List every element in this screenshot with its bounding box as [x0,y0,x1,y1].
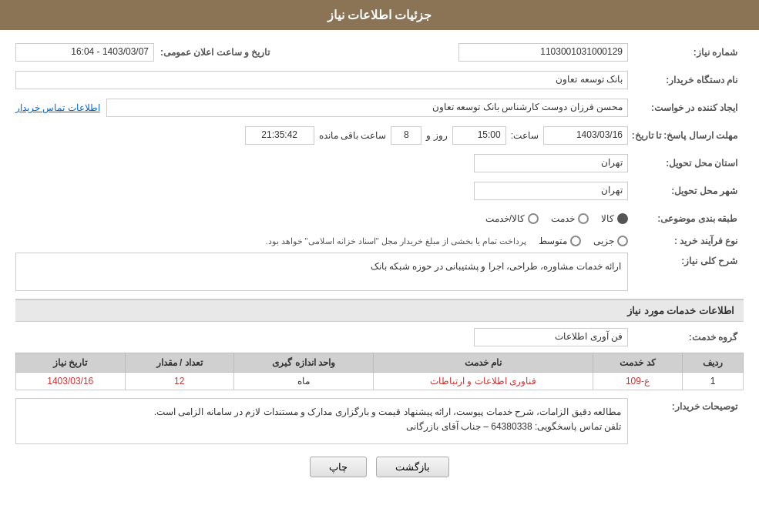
radio-label-motavasset: متوسط [539,236,567,246]
col-tarikh-niaz: تاریخ نیاز [16,353,126,373]
radio-khadamat: خدمت [551,213,589,224]
ostan-tahvil-label: استان محل تحویل: [628,158,744,169]
shomara-niaz-value: 1103001031000129 [458,43,628,62]
row-nam-dastgah: نام دستگاه خریدار: بانک توسعه تعاون [15,69,744,91]
nam-dastgah-label: نام دستگاه خریدار: [628,75,744,85]
ijad-konande-label: ایجاد کننده در خواست: [628,102,744,113]
mohlat-ersal-label: مهلت ارسال پاسخ: تا تاریخ: [628,130,744,141]
table-cell: 1403/03/16 [16,373,126,390]
tamas-khardar-link[interactable]: اطلاعات تماس خریدار [15,102,100,113]
row-ostan-tahvil: استان محل تحویل: تهران [15,152,744,174]
shahr-tahvil-value: تهران [474,182,628,200]
tosifat-line1: مطالعه دقیق الزامات، شرح خدمات پیوست، ار… [22,405,621,420]
ostan-tahvil-value: تهران [474,154,628,172]
page-title: جزئیات اطلاعات نیاز [327,8,432,22]
radio-label-jazei: جزیی [593,236,614,246]
farayand-inline-text: پرداخت تمام یا بخشی از مبلغ خریدار مجل "… [265,236,526,246]
radio-label-kala: کالا [601,213,614,224]
sharh-koli-value: ارائه خدمات مشاوره، طراحی، اجرا و پشتیبا… [15,253,628,291]
tarikh-elan-label: تاریخ و ساعت اعلان عمومی: [154,47,276,58]
noe-farayand-label: نوع فرآیند خرید : [628,236,744,246]
bazgasht-button[interactable]: بازگشت [376,457,449,477]
table-header-row: ردیف کد خدمت نام خدمت واحد اندازه گیری ت… [16,353,744,373]
chap-button[interactable]: چاپ [310,457,367,477]
tabaqe-bandi-label: طبقه بندی موضوعی: [628,213,744,224]
row-sharh-koli: شرح کلی نیاز: ارائه خدمات مشاوره، طراحی،… [15,253,744,291]
tabaqe-bandi-radio-group: کالا/خدمت خدمت کالا [485,213,628,224]
rooz-value: 8 [391,126,421,145]
button-row: بازگشت چاپ [15,457,744,477]
table-cell: ع-109 [593,373,682,390]
shahr-tahvil-label: شهر محل تحویل: [628,186,744,196]
col-radif: ردیف [683,353,744,373]
grohe-khadamat-label: گروه خدمت: [628,332,744,343]
khadamat-table: ردیف کد خدمت نام خدمت واحد اندازه گیری ت… [15,353,744,390]
col-vahed-andaze: واحد اندازه گیری [233,353,373,373]
radio-circle-motavasset [570,236,581,246]
table-row: 1ع-109فناوری اطلاعات و ارتباطاتماه121403… [16,373,744,390]
table-cell: فناوری اطلاعات و ارتباطات [374,373,593,390]
row-tabaqe-bandi: طبقه بندی موضوعی: کالا/خدمت خدمت کالا [15,208,744,229]
khadamat-table-container: ردیف کد خدمت نام خدمت واحد اندازه گیری ت… [15,353,744,390]
tarikh-elan-value: 1403/03/07 - 16:04 [15,43,154,62]
col-tedad: تعداد / مقدار [125,353,233,373]
row-shomara-niaz: شماره نیاز: 1103001031000129 تاریخ و ساع… [15,42,744,63]
radio-jazei: جزیی [593,236,628,246]
radio-circle-kala-khadamat [528,213,539,224]
col-nam-khadamat: نام خدمت [374,353,593,373]
nam-dastgah-value: بانک توسعه تعاون [15,71,628,89]
radio-kala-khadamat: کالا/خدمت [485,213,539,224]
saat-label: ساعت: [506,130,543,141]
radio-label-khadamat: خدمت [551,213,575,224]
table-cell: 12 [125,373,233,390]
grohe-khadamat-value: فن آوری اطلاعات [474,328,628,346]
row-tosifat: توصیحات خریدار: مطالعه دقیق الزامات، شرح… [15,398,744,444]
saat-value: 15:00 [452,126,506,145]
radio-motavasset: متوسط [539,236,581,246]
shomara-niaz-label: شماره نیاز: [628,47,744,58]
ijad-konande-value: محسن فرزان دوست کارشناس بانک توسعه تعاون [106,99,628,117]
row-mohlat-ersal: مهلت ارسال پاسخ: تا تاریخ: 1403/03/16 سا… [15,125,744,146]
row-shahr-tahvil: شهر محل تحویل: تهران [15,180,744,202]
table-cell: ماه [233,373,373,390]
tarikh-value: 1403/03/16 [543,126,628,145]
row-ijad-konande: ایجاد کننده در خواست: محسن فرزان دوست کا… [15,97,744,119]
table-cell: 1 [683,373,744,390]
baghi-mande-value: 21:35:42 [245,126,314,145]
col-kod-khadamat: کد خدمت [593,353,682,373]
row-noe-farayand: نوع فرآیند خرید : متوسط جزیی پرداخت تمام… [15,236,744,246]
radio-circle-kala [617,213,628,224]
rooz-label: روز و [421,130,452,141]
radio-circle-jazei [617,236,628,246]
baghi-mande-label: ساعت باقی مانده [314,130,391,141]
radio-kala: کالا [601,213,628,224]
tosifat-label: توصیحات خریدار: [628,398,744,412]
farayand-radio-group: متوسط جزیی [539,236,628,246]
khadamat-table-body: 1ع-109فناوری اطلاعات و ارتباطاتماه121403… [16,373,744,390]
tosifat-line2: تلفن تماس پاسخگویی: 64380338 – جناب آقای… [22,420,621,434]
page-header: جزئیات اطلاعات نیاز [0,0,759,30]
radio-circle-khadamat [578,213,589,224]
row-grohe-khadamat: گروه خدمت: فن آوری اطلاعات [15,328,744,346]
radio-label-kala-khadamat: کالا/خدمت [485,213,525,224]
sharh-koli-label: شرح کلی نیاز: [628,253,744,266]
section-title-khadamat: اطلاعات خدمات مورد نیاز [15,299,744,322]
tosifat-value: مطالعه دقیق الزامات، شرح خدمات پیوست، ار… [15,398,628,444]
